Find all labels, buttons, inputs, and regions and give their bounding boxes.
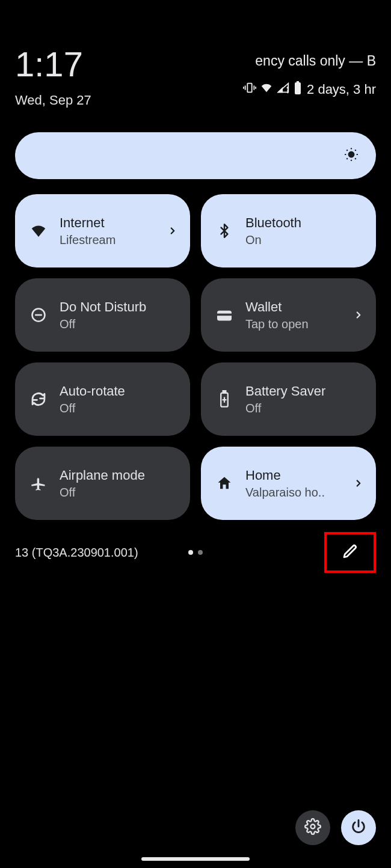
tile-title: Airplane mode bbox=[60, 468, 179, 483]
tile-subtitle: Off bbox=[60, 486, 179, 500]
tile-airplane-mode[interactable]: Airplane modeOff bbox=[15, 447, 190, 520]
tile-title: Auto-rotate bbox=[60, 384, 179, 399]
tile-text: Airplane modeOff bbox=[60, 468, 179, 500]
tile-text: Auto-rotateOff bbox=[60, 384, 179, 415]
edit-tiles-highlight bbox=[324, 532, 376, 573]
tile-text: Do Not DisturbOff bbox=[60, 299, 179, 331]
svg-point-6 bbox=[287, 87, 288, 88]
clock: 1:17 bbox=[15, 47, 91, 82]
tile-subtitle: Lifestream bbox=[60, 233, 155, 247]
tile-text: BluetoothOn bbox=[245, 215, 365, 247]
gear-icon bbox=[304, 818, 321, 837]
battery-icon bbox=[214, 390, 235, 408]
tile-wallet[interactable]: WalletTap to open bbox=[201, 278, 376, 352]
tile-text: HomeValparaiso ho.. bbox=[245, 468, 341, 500]
tile-battery-saver[interactable]: Battery SaverOff bbox=[201, 362, 376, 436]
tile-bluetooth[interactable]: BluetoothOn bbox=[201, 194, 376, 267]
tile-home[interactable]: HomeValparaiso ho.. bbox=[201, 447, 376, 520]
tile-internet[interactable]: InternetLifestream bbox=[15, 194, 190, 267]
svg-rect-15 bbox=[223, 391, 226, 393]
footer-buttons bbox=[295, 810, 376, 845]
tile-subtitle: On bbox=[245, 233, 365, 247]
brightness-icon bbox=[343, 147, 359, 165]
rotate-icon bbox=[28, 390, 49, 408]
nav-pill[interactable] bbox=[141, 857, 250, 861]
wifi-icon bbox=[28, 222, 49, 240]
svg-rect-13 bbox=[217, 314, 232, 316]
power-icon bbox=[350, 818, 367, 837]
tile-title: Do Not Disturb bbox=[60, 299, 179, 315]
date: Wed, Sep 27 bbox=[15, 93, 91, 108]
tile-text: WalletTap to open bbox=[245, 299, 341, 331]
tile-auto-rotate[interactable]: Auto-rotateOff bbox=[15, 362, 190, 436]
home-icon bbox=[214, 475, 235, 492]
svg-rect-8 bbox=[297, 81, 299, 83]
tile-title: Home bbox=[245, 468, 341, 483]
status-header: 1:17 Wed, Sep 27 ency calls only — B 2 d… bbox=[0, 0, 391, 114]
tile-text: Battery SaverOff bbox=[245, 384, 365, 415]
build-number: 13 (TQ3A.230901.001) bbox=[15, 546, 138, 560]
signal-icon bbox=[277, 81, 290, 98]
tile-subtitle: Valparaiso ho.. bbox=[245, 486, 341, 500]
tile-title: Bluetooth bbox=[245, 215, 365, 231]
svg-rect-7 bbox=[295, 82, 301, 94]
power-button[interactable] bbox=[341, 810, 376, 845]
edit-tiles-button[interactable] bbox=[341, 542, 359, 563]
quick-settings-grid: InternetLifestreamBluetoothOnDo Not Dist… bbox=[15, 194, 376, 520]
tile-subtitle: Off bbox=[60, 402, 179, 415]
tile-title: Internet bbox=[60, 215, 155, 231]
dnd-icon bbox=[28, 307, 49, 323]
qs-footer-row: 13 (TQ3A.230901.001) bbox=[15, 534, 376, 570]
svg-point-19 bbox=[311, 825, 315, 829]
tile-subtitle: Tap to open bbox=[245, 317, 341, 331]
chevron-right-icon bbox=[166, 225, 179, 236]
svg-point-9 bbox=[349, 152, 354, 157]
tile-subtitle: Off bbox=[245, 402, 365, 415]
svg-rect-18 bbox=[223, 484, 226, 489]
carrier-text: ency calls only — B bbox=[255, 53, 376, 69]
wifi-icon bbox=[260, 81, 273, 98]
wallet-icon bbox=[214, 308, 235, 322]
settings-button[interactable] bbox=[295, 810, 330, 845]
page-dot[interactable] bbox=[188, 550, 193, 555]
airplane-icon bbox=[28, 475, 49, 492]
status-icons bbox=[243, 81, 302, 98]
chevron-right-icon bbox=[352, 478, 365, 489]
tile-subtitle: Off bbox=[60, 317, 179, 331]
page-dot[interactable] bbox=[198, 550, 203, 555]
status-row: 2 days, 3 hr bbox=[243, 81, 376, 98]
brightness-slider[interactable] bbox=[15, 132, 376, 179]
bluetooth-icon bbox=[214, 222, 235, 240]
tile-do-not-disturb[interactable]: Do Not DisturbOff bbox=[15, 278, 190, 352]
page-indicator[interactable] bbox=[188, 550, 203, 555]
battery-text: 2 days, 3 hr bbox=[307, 82, 376, 97]
header-right: ency calls only — B 2 days, 3 hr bbox=[243, 47, 376, 98]
chevron-right-icon bbox=[352, 310, 365, 320]
svg-rect-0 bbox=[247, 84, 251, 93]
tile-title: Battery Saver bbox=[245, 384, 365, 399]
tile-text: InternetLifestream bbox=[60, 215, 155, 247]
header-left: 1:17 Wed, Sep 27 bbox=[15, 47, 91, 108]
battery-icon bbox=[294, 81, 302, 98]
tile-title: Wallet bbox=[245, 299, 341, 315]
vibrate-icon bbox=[243, 81, 256, 98]
